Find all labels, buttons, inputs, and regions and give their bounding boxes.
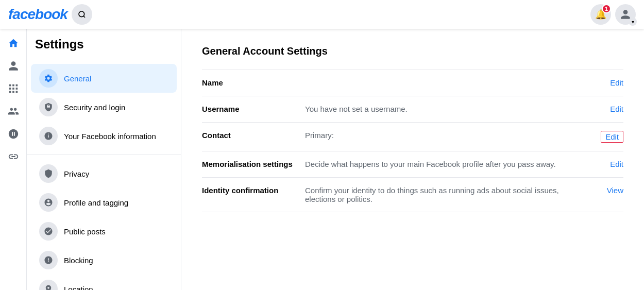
nav-item-profile[interactable]	[3, 56, 24, 76]
sidebar-item-privacy[interactable]: Privacy	[31, 159, 177, 188]
sidebar-label-general: General	[64, 74, 91, 83]
edit-contact-button[interactable]: Edit	[601, 131, 623, 143]
svg-rect-9	[12, 91, 14, 93]
main-content: General Account Settings Name Edit Usern…	[181, 29, 644, 290]
header-left: facebook	[8, 4, 92, 25]
general-icon	[39, 69, 58, 88]
location-icon	[39, 280, 58, 290]
settings-table: Name Edit Username You have not set a us…	[202, 70, 623, 212]
public-posts-icon	[39, 222, 58, 241]
svg-rect-10	[15, 91, 18, 93]
sidebar-section-2: Privacy Profile and tagging Public posts	[27, 155, 181, 290]
row-label-identity: Identity confirmation	[202, 178, 305, 212]
sidebar-label-privacy: Privacy	[64, 169, 89, 178]
main-layout: Settings General Security and login	[0, 29, 644, 290]
row-value-username: You have not set a username.	[305, 96, 582, 123]
sidebar-item-general[interactable]: General	[31, 64, 177, 93]
nav-item-links[interactable]	[3, 146, 24, 167]
row-label-username: Username	[202, 96, 305, 123]
row-action-username: Edit	[582, 96, 623, 123]
sidebar-item-facebook-info[interactable]: Your Facebook information	[31, 122, 177, 150]
sidebar-label-blocking: Blocking	[64, 256, 93, 265]
edit-memorial-button[interactable]: Edit	[610, 160, 623, 168]
header-right: 🔔 1	[590, 4, 636, 25]
security-icon	[39, 98, 58, 116]
notification-badge: 1	[602, 4, 611, 13]
sidebar-title: Settings	[27, 37, 181, 60]
facebook-logo[interactable]: facebook	[8, 6, 67, 23]
sidebar-item-location[interactable]: Location	[31, 275, 177, 290]
svg-line-1	[83, 16, 85, 18]
table-row: Memorialisation settings Decide what hap…	[202, 151, 623, 178]
svg-point-0	[79, 11, 84, 17]
row-label-memorial: Memorialisation settings	[202, 151, 305, 178]
row-action-memorial: Edit	[582, 151, 623, 178]
svg-rect-6	[12, 88, 14, 90]
svg-rect-4	[15, 84, 18, 87]
sidebar-label-security: Security and login	[64, 103, 125, 112]
svg-rect-5	[9, 88, 11, 90]
sidebar-label-profile-tagging: Profile and tagging	[64, 198, 128, 207]
blocking-icon	[39, 251, 58, 269]
sidebar-section-1: General Security and login Your Facebook…	[27, 60, 181, 155]
row-value-memorial: Decide what happens to your main Faceboo…	[305, 151, 582, 178]
row-value-contact: Primary:	[305, 123, 582, 151]
header: facebook 🔔 1	[0, 0, 644, 29]
row-action-name: Edit	[582, 70, 623, 96]
view-identity-button[interactable]: View	[607, 186, 623, 195]
edit-username-button[interactable]: Edit	[610, 105, 623, 113]
sidebar-item-security-login[interactable]: Security and login	[31, 93, 177, 122]
fb-info-icon	[39, 127, 58, 145]
svg-rect-3	[12, 84, 14, 87]
profile-tagging-icon	[39, 193, 58, 212]
table-row: Identity confirmation Confirm your ident…	[202, 178, 623, 212]
sidebar-item-blocking[interactable]: Blocking	[31, 246, 177, 275]
privacy-icon	[39, 164, 58, 183]
sidebar-item-public-posts[interactable]: Public posts	[31, 217, 177, 246]
row-action-contact: Edit	[582, 123, 623, 151]
nav-item-home[interactable]	[3, 33, 24, 54]
page-title: General Account Settings	[202, 45, 623, 57]
table-row: Contact Primary: Edit	[202, 123, 623, 151]
sidebar-label-fb-info: Your Facebook information	[64, 132, 156, 141]
sidebar-label-public-posts: Public posts	[64, 227, 106, 236]
row-label-name: Name	[202, 70, 305, 96]
svg-rect-2	[9, 84, 11, 87]
sidebar-label-location: Location	[64, 285, 93, 291]
row-action-identity: View	[582, 178, 623, 212]
nav-item-apps[interactable]	[3, 78, 24, 99]
row-value-identity: Confirm your identity to do things such …	[305, 178, 582, 212]
sidebar: Settings General Security and login	[27, 29, 181, 290]
table-row: Name Edit	[202, 70, 623, 96]
notifications-button[interactable]: 🔔 1	[590, 4, 611, 25]
svg-rect-7	[15, 88, 18, 90]
sidebar-item-profile-tagging[interactable]: Profile and tagging	[31, 188, 177, 217]
row-label-contact: Contact	[202, 123, 305, 151]
account-button[interactable]	[615, 4, 636, 25]
table-row: Username You have not set a username. Ed…	[202, 96, 623, 123]
icon-nav	[0, 29, 27, 290]
nav-item-friends[interactable]	[3, 101, 24, 122]
search-button[interactable]	[72, 4, 92, 25]
nav-item-groups[interactable]	[3, 124, 24, 144]
svg-rect-8	[9, 91, 11, 93]
row-value-name	[305, 70, 582, 96]
edit-name-button[interactable]: Edit	[610, 78, 623, 87]
